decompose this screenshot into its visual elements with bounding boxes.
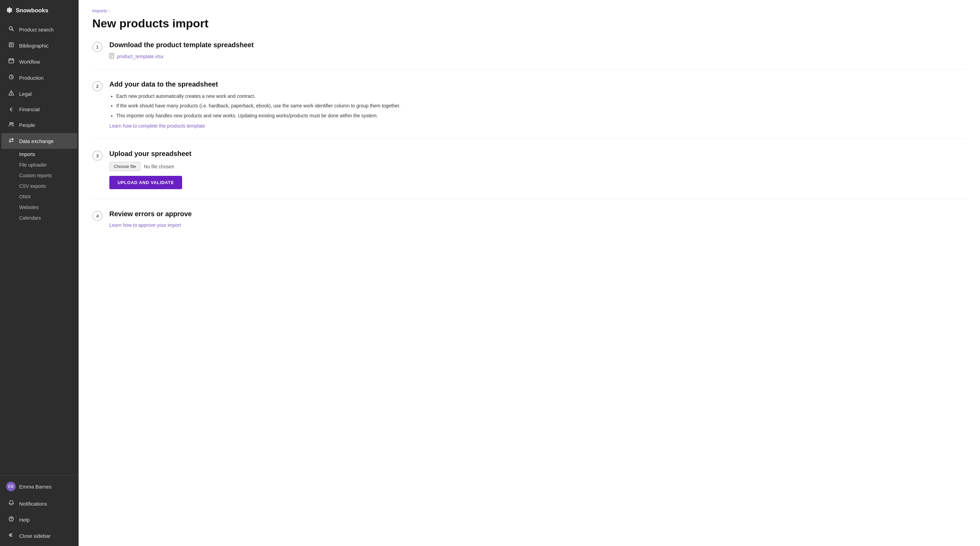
sidebar-item-label: Legal	[19, 91, 32, 97]
upload-area: Choose file No file chosen UPLOAD AND VA…	[109, 162, 966, 189]
breadcrumb-separator: ›	[108, 8, 110, 13]
sidebar-sub-calendars[interactable]: Calendars	[16, 213, 77, 223]
bullet-item: Each new product automatically creates a…	[116, 93, 966, 100]
sidebar-item-people[interactable]: People	[2, 117, 77, 133]
step-2-title: Add your data to the spreadsheet	[109, 80, 966, 88]
sidebar-logo-label: Snowbooks	[16, 7, 48, 14]
sidebar-item-label: Workflow	[19, 59, 40, 65]
sidebar-item-close-sidebar[interactable]: Close sidebar	[2, 528, 77, 544]
sidebar-logo[interactable]: ❄ Snowbooks	[0, 0, 79, 21]
user-name: Emma Barnes	[19, 484, 52, 490]
book-icon	[8, 42, 15, 49]
sidebar-item-label: Bibliographic	[19, 43, 49, 49]
sidebar-user[interactable]: EB Emma Barnes	[0, 477, 79, 495]
choose-file-button[interactable]: Choose file	[109, 162, 140, 171]
sidebar-item-data-exchange[interactable]: Data exchange	[2, 133, 77, 149]
sidebar-item-help[interactable]: Help	[2, 512, 77, 527]
sidebar: ❄ Snowbooks Product search Bibliographic…	[0, 0, 79, 546]
svg-rect-6	[9, 59, 14, 63]
bell-icon	[8, 500, 15, 507]
sidebar-sub-imports[interactable]: Imports	[16, 149, 77, 160]
upload-validate-button[interactable]: UPLOAD AND VALIDATE	[109, 176, 182, 189]
avatar: EB	[6, 482, 16, 491]
sidebar-item-product-search[interactable]: Product search	[2, 22, 77, 37]
sidebar-item-bibliographic[interactable]: Bibliographic	[2, 38, 77, 53]
main-content: Imports › New products import 1 Download…	[79, 0, 980, 546]
sidebar-sub-onix[interactable]: ONIX	[16, 192, 77, 202]
sidebar-submenu: Imports File uploader Custom reports CSV…	[0, 149, 79, 223]
sidebar-item-label: Help	[19, 517, 30, 523]
sidebar-item-label: Financial	[19, 106, 40, 112]
data-exchange-icon	[8, 137, 15, 144]
step-2-bullets: Each new product automatically creates a…	[109, 93, 966, 120]
avatar-initials: EB	[8, 484, 14, 489]
bullet-item: This importer only handles new products …	[116, 112, 966, 120]
step-1-title: Download the product template spreadshee…	[109, 41, 966, 49]
sidebar-sub-websites[interactable]: Websites	[16, 202, 77, 212]
step-4-content: Review errors or approve Learn how to ap…	[109, 210, 966, 228]
file-icon	[109, 53, 114, 59]
step-3-number: 3	[92, 150, 102, 161]
step-1-content: Download the product template spreadshee…	[109, 41, 966, 59]
sidebar-item-label: Close sidebar	[19, 533, 51, 539]
sidebar-item-label: Notifications	[19, 501, 47, 507]
snowflake-icon: ❄	[6, 6, 12, 15]
step-1-section: 1 Download the product template spreadsh…	[92, 41, 966, 69]
sidebar-item-financial[interactable]: € Financial	[2, 102, 77, 117]
sidebar-sub-csv-exports[interactable]: CSV exports	[16, 181, 77, 191]
step-3-content: Upload your spreadsheet Choose file No f…	[109, 150, 966, 189]
sidebar-sub-custom-reports[interactable]: Custom reports	[16, 170, 77, 180]
sidebar-bottom: EB Emma Barnes Notifications Help Close …	[0, 475, 79, 546]
bullet-item: If the work should have many products (i…	[116, 102, 966, 110]
sidebar-item-label: People	[19, 122, 35, 128]
step-1-number: 1	[92, 42, 102, 52]
step-2-help-link[interactable]: Learn how to complete the products templ…	[109, 123, 205, 129]
help-icon	[8, 516, 15, 523]
svg-point-14	[12, 123, 13, 124]
step-4-title: Review errors or approve	[109, 210, 966, 218]
template-file-name: product_template.xlsx	[117, 54, 163, 59]
template-download-link[interactable]: product_template.xlsx	[109, 53, 966, 59]
svg-line-1	[12, 29, 13, 31]
sidebar-item-production[interactable]: Production	[2, 70, 77, 86]
legal-icon	[8, 90, 15, 97]
file-input-row: Choose file No file chosen	[109, 162, 966, 171]
svg-point-12	[11, 94, 12, 95]
sidebar-item-label: Production	[19, 75, 44, 81]
step-2-number: 2	[92, 81, 102, 91]
svg-point-16	[11, 520, 12, 521]
step-3-title: Upload your spreadsheet	[109, 150, 966, 158]
sidebar-item-notifications[interactable]: Notifications	[2, 496, 77, 511]
chevron-left-icon	[8, 532, 15, 539]
sidebar-sub-file-uploader[interactable]: File uploader	[16, 160, 77, 170]
sidebar-item-label: Product search	[19, 27, 54, 32]
financial-icon: €	[8, 106, 15, 112]
people-icon	[8, 121, 15, 128]
workflow-icon	[8, 58, 15, 65]
no-file-text: No file chosen	[144, 164, 174, 169]
sidebar-item-workflow[interactable]: Workflow	[2, 54, 77, 69]
step-4-help-link[interactable]: Learn how to approve your import	[109, 222, 181, 228]
step-4-section: 4 Review errors or approve Learn how to …	[92, 210, 966, 238]
step-2-section: 2 Add your data to the spreadsheet Each …	[92, 80, 966, 139]
sidebar-nav: Product search Bibliographic Workflow Pr…	[0, 21, 79, 475]
step-4-number: 4	[92, 211, 102, 221]
production-icon	[8, 74, 15, 81]
sidebar-item-label: Data exchange	[19, 138, 54, 144]
step-2-content: Add your data to the spreadsheet Each ne…	[109, 80, 966, 129]
step-3-section: 3 Upload your spreadsheet Choose file No…	[92, 150, 966, 199]
breadcrumb: Imports ›	[92, 8, 966, 13]
page-title: New products import	[92, 17, 966, 30]
sidebar-item-legal[interactable]: Legal	[2, 86, 77, 102]
svg-point-13	[10, 123, 12, 124]
breadcrumb-parent[interactable]: Imports	[92, 8, 107, 13]
search-icon	[8, 26, 15, 33]
